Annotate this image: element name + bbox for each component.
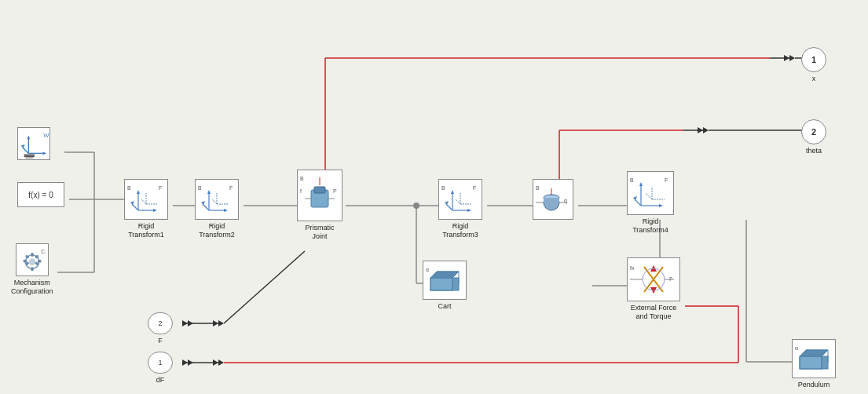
svg-text:F: F (473, 185, 476, 191)
svg-marker-48 (21, 144, 25, 148)
ext-force-label: External Forceand Torque (631, 304, 677, 321)
svg-marker-140 (182, 320, 188, 327)
svg-marker-133 (430, 272, 459, 278)
inport-dF-block[interactable]: 1 dF (148, 352, 173, 385)
svg-text:F: F (159, 185, 162, 191)
svg-line-45 (23, 148, 29, 154)
svg-marker-34 (218, 359, 224, 366)
svg-line-114 (635, 199, 641, 206)
rigid-transform4-label: RigidTransform4 (632, 217, 668, 235)
svg-line-76 (203, 204, 209, 210)
rigid-transform2-block[interactable]: B F RigidTransform2 (195, 179, 239, 239)
svg-marker-96 (451, 190, 454, 194)
svg-text:W: W (43, 132, 49, 139)
svg-rect-87 (314, 187, 325, 193)
rigid-transform4-block[interactable]: B F RigidTransform4 (627, 171, 674, 235)
svg-text:α: α (795, 345, 798, 351)
svg-text:B: B (536, 185, 540, 191)
outport-x-num: 1 (811, 55, 816, 64)
svg-text:q: q (564, 198, 567, 204)
solver-label: f(x) = 0 (28, 191, 53, 199)
svg-text:C: C (41, 249, 45, 254)
outport-x-block[interactable]: 1 x (801, 47, 826, 83)
svg-marker-46 (27, 136, 30, 140)
svg-text:f: f (300, 188, 302, 194)
svg-point-51 (28, 258, 35, 265)
svg-marker-141 (188, 320, 193, 327)
svg-text:F: F (229, 185, 233, 191)
svg-text:fx: fx (630, 265, 635, 271)
svg-rect-53 (31, 268, 33, 271)
revolute-joint-block[interactable]: B q (533, 179, 573, 220)
svg-rect-136 (800, 356, 822, 369)
svg-marker-78 (224, 209, 228, 212)
svg-marker-115 (639, 182, 643, 186)
svg-rect-55 (38, 260, 41, 262)
outport-theta-block[interactable]: 2 theta (801, 119, 826, 155)
svg-line-101 (456, 199, 460, 204)
svg-text:B: B (300, 176, 304, 181)
outport-x-label: x (812, 75, 816, 83)
inport-dF-num: 1 (158, 359, 162, 367)
rigid-transform3-block[interactable]: B F RigidTransform3 (438, 179, 482, 239)
svg-line-71 (141, 199, 146, 204)
svg-marker-68 (130, 201, 134, 205)
rigid-transform3-label: RigidTransform3 (442, 222, 478, 239)
svg-marker-142 (182, 359, 188, 366)
rigid-transform1-label: RigidTransform1 (128, 222, 164, 239)
ext-force-block[interactable]: fx F External Forceand Torque (627, 257, 680, 321)
svg-marker-16 (789, 55, 795, 61)
svg-marker-15 (784, 55, 789, 61)
svg-marker-98 (445, 201, 449, 205)
svg-text:B: B (630, 177, 634, 183)
rigid-transform1-block[interactable]: B F RigidTransform1 (124, 179, 168, 239)
mechanism-config-block[interactable]: C MechanismConfiguration (11, 243, 53, 296)
svg-rect-134 (452, 278, 459, 290)
inport-F-num: 2 (158, 319, 162, 327)
svg-rect-106 (544, 198, 559, 202)
svg-rect-56 (25, 254, 29, 258)
svg-marker-77 (207, 190, 211, 194)
svg-text:P: P (333, 188, 337, 194)
svg-text:α: α (426, 267, 429, 272)
svg-point-8 (413, 202, 419, 209)
svg-line-65 (132, 204, 138, 210)
svg-marker-97 (467, 209, 471, 212)
cart-label: Cart (438, 302, 451, 311)
svg-rect-131 (430, 278, 452, 290)
svg-text:B: B (441, 185, 445, 191)
prismatic-joint-block[interactable]: B P f PrismaticJoint (297, 170, 342, 241)
svg-rect-52 (31, 253, 33, 256)
world-block[interactable]: W (17, 127, 50, 160)
svg-line-31 (224, 251, 305, 323)
inport-F-label: F (158, 337, 163, 345)
svg-line-120 (646, 193, 652, 199)
svg-line-95 (446, 204, 452, 210)
prismatic-joint-label: PrismaticJoint (305, 224, 334, 241)
svg-marker-29 (213, 320, 218, 327)
svg-marker-47 (42, 151, 46, 155)
cart-block[interactable]: α Cart (423, 261, 467, 311)
svg-marker-117 (633, 196, 637, 200)
svg-text:F: F (665, 177, 668, 183)
svg-text:B: B (127, 185, 131, 191)
svg-marker-138 (800, 350, 828, 356)
svg-line-82 (212, 199, 217, 204)
svg-marker-30 (218, 320, 224, 327)
pendulum-block[interactable]: α Pendulum (792, 339, 836, 389)
inport-dF-label: dF (156, 376, 165, 385)
mechanism-config-label: MechanismConfiguration (11, 279, 53, 296)
outport-theta-label: theta (806, 147, 822, 155)
svg-rect-54 (23, 260, 26, 262)
rigid-transform2-label: RigidTransform2 (199, 222, 235, 239)
svg-rect-139 (822, 356, 828, 369)
simulink-canvas: W f(x) = 0 C (0, 0, 868, 394)
inport-F-block[interactable]: 2 F (148, 312, 173, 345)
svg-marker-116 (659, 204, 663, 207)
svg-marker-67 (153, 209, 157, 212)
svg-marker-21 (698, 127, 703, 133)
svg-text:B: B (198, 185, 202, 191)
solver-block[interactable]: f(x) = 0 (17, 182, 64, 207)
svg-marker-33 (213, 359, 218, 366)
pendulum-label: Pendulum (798, 381, 830, 389)
